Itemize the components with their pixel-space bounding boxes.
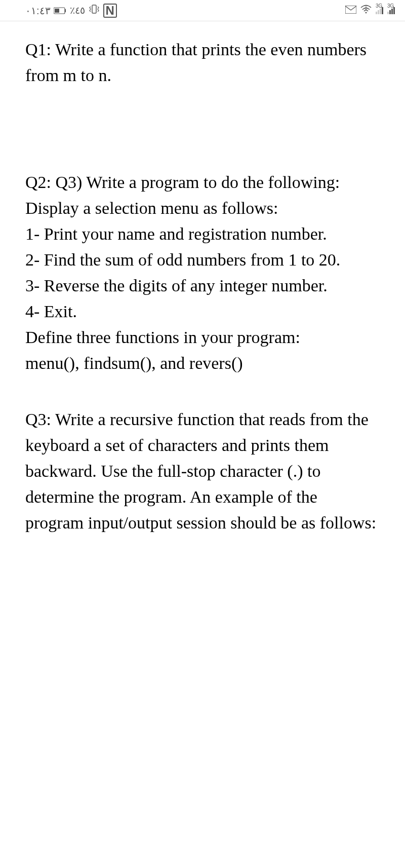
svg-rect-3 (92, 5, 96, 13)
wifi-icon (360, 5, 372, 16)
q2-item2: 2- Find the sum of odd numbers from 1 to… (25, 247, 380, 273)
q3-text: Q3: Write a recursive function that read… (25, 410, 376, 532)
signal-2: 3G (387, 7, 395, 14)
q2-item4: 4- Exit. (25, 298, 380, 324)
svg-rect-4 (345, 6, 356, 14)
battery-percent: ٪٤٥ (70, 5, 85, 16)
svg-rect-2 (55, 9, 59, 13)
battery-icon (54, 7, 67, 14)
q2-item3: 3- Reverse the digits of any integer num… (25, 273, 380, 298)
status-right: 3G 3G (345, 5, 395, 16)
q2-define: Define three functions in your program: (25, 324, 380, 350)
svg-point-5 (366, 12, 367, 14)
question-1: Q1: Write a function that prints the eve… (25, 36, 380, 88)
q1-text: Q1: Write a function that prints the eve… (25, 40, 367, 85)
clock-time: ٠١:٤٣ (25, 5, 51, 17)
q2-intro: Q2: Q3) Write a program to do the follow… (25, 169, 380, 221)
question-2: Q2: Q3) Write a program to do the follow… (25, 169, 380, 376)
mail-icon (345, 5, 356, 16)
question-3: Q3: Write a recursive function that read… (25, 406, 380, 536)
n-icon: N (103, 4, 117, 18)
status-bar: ٠١:٤٣ ٪٤٥ N (0, 0, 405, 21)
signal-label-1: 3G (376, 3, 382, 9)
q2-funcs: menu(), findsum(), and revers() (25, 350, 380, 376)
document-content: Q1: Write a function that prints the eve… (0, 21, 405, 536)
vibrate-icon (88, 4, 100, 18)
signal-label-2: 3G (387, 3, 394, 9)
signal-1: 3G (376, 7, 383, 14)
q2-item1: 1- Print your name and registration numb… (25, 221, 380, 247)
svg-rect-1 (65, 9, 66, 12)
status-left: ٠١:٤٣ ٪٤٥ N (25, 4, 117, 18)
